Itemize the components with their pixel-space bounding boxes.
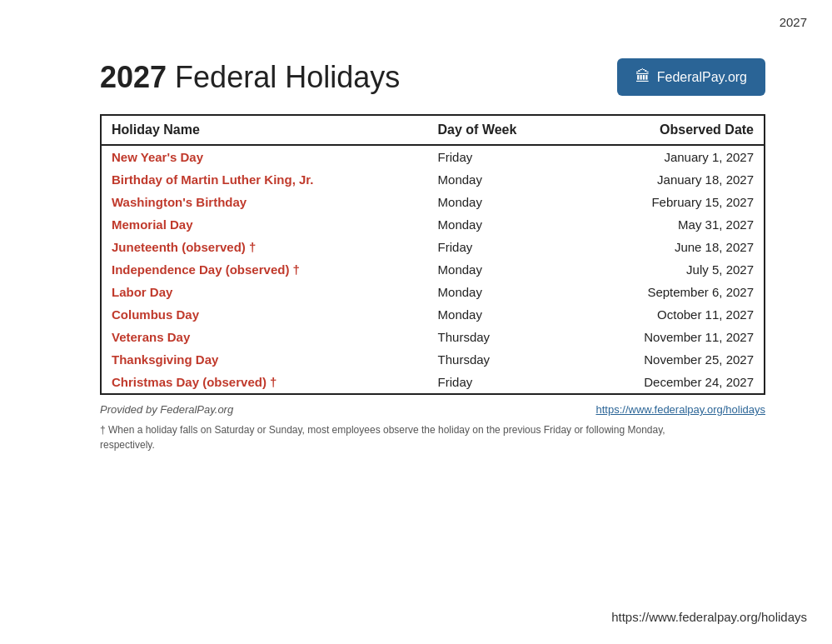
holiday-name: Christmas Day (observed) † bbox=[101, 371, 428, 394]
title-year: 2027 bbox=[100, 60, 167, 94]
table-header-row: Holiday Name Day of Week Observed Date bbox=[101, 115, 765, 145]
holiday-date: January 1, 2027 bbox=[573, 145, 765, 168]
holiday-name: Thanksgiving Day bbox=[101, 348, 428, 371]
page-year: 2027 bbox=[780, 15, 807, 29]
table-row: Memorial DayMondayMay 31, 2027 bbox=[101, 213, 765, 236]
table-row: Christmas Day (observed) †FridayDecember… bbox=[101, 371, 765, 394]
brand-button[interactable]: 🏛 FederalPay.org bbox=[617, 58, 765, 96]
holiday-date: January 18, 2027 bbox=[573, 168, 765, 191]
table-footer: Provided by FederalPay.org https://www.f… bbox=[100, 403, 765, 416]
holiday-day: Monday bbox=[428, 258, 573, 281]
holiday-date: September 6, 2027 bbox=[573, 281, 765, 303]
holiday-name: Veterans Day bbox=[101, 326, 428, 348]
holiday-date: October 11, 2027 bbox=[573, 303, 765, 326]
bottom-url: https://www.federalpay.org/holidays bbox=[611, 610, 807, 624]
holiday-day: Friday bbox=[428, 145, 573, 168]
table-row: Washington's BirthdayMondayFebruary 15, … bbox=[101, 191, 765, 213]
holiday-date: December 24, 2027 bbox=[573, 371, 765, 394]
holiday-name: Birthday of Martin Luther King, Jr. bbox=[101, 168, 428, 191]
holiday-day: Monday bbox=[428, 168, 573, 191]
col-header-day: Day of Week bbox=[428, 115, 573, 145]
holiday-day: Monday bbox=[428, 213, 573, 236]
holiday-name: Labor Day bbox=[101, 281, 428, 303]
table-row: Independence Day (observed) †MondayJuly … bbox=[101, 258, 765, 281]
header-row: 2027 Federal Holidays 🏛 FederalPay.org bbox=[100, 58, 765, 96]
table-row: New Year's DayFridayJanuary 1, 2027 bbox=[101, 145, 765, 168]
holiday-name: Memorial Day bbox=[101, 213, 428, 236]
holiday-day: Friday bbox=[428, 236, 573, 258]
provided-by: Provided by FederalPay.org bbox=[100, 403, 233, 416]
table-row: Thanksgiving DayThursdayNovember 25, 202… bbox=[101, 348, 765, 371]
holiday-date: November 25, 2027 bbox=[573, 348, 765, 371]
holiday-day: Monday bbox=[428, 191, 573, 213]
brand-button-label: FederalPay.org bbox=[657, 70, 747, 85]
holiday-day: Thursday bbox=[428, 348, 573, 371]
holiday-date: May 31, 2027 bbox=[573, 213, 765, 236]
bank-icon: 🏛 bbox=[635, 68, 650, 86]
holiday-day: Monday bbox=[428, 303, 573, 326]
holiday-day: Friday bbox=[428, 371, 573, 394]
table-row: Labor DayMondaySeptember 6, 2027 bbox=[101, 281, 765, 303]
table-row: Veterans DayThursdayNovember 11, 2027 bbox=[101, 326, 765, 348]
table-row: Juneteenth (observed) †FridayJune 18, 20… bbox=[101, 236, 765, 258]
footer-link[interactable]: https://www.federalpay.org/holidays bbox=[595, 403, 765, 416]
holiday-name: Independence Day (observed) † bbox=[101, 258, 428, 281]
col-header-date: Observed Date bbox=[573, 115, 765, 145]
table-row: Birthday of Martin Luther King, Jr.Monda… bbox=[101, 168, 765, 191]
footnote: † When a holiday falls on Saturday or Su… bbox=[100, 422, 666, 452]
holiday-name: Washington's Birthday bbox=[101, 191, 428, 213]
title-rest: Federal Holidays bbox=[167, 60, 400, 94]
col-header-name: Holiday Name bbox=[101, 115, 428, 145]
holiday-name: Columbus Day bbox=[101, 303, 428, 326]
holidays-table: Holiday Name Day of Week Observed Date N… bbox=[100, 114, 765, 395]
holiday-day: Monday bbox=[428, 281, 573, 303]
holiday-day: Thursday bbox=[428, 326, 573, 348]
page-title: 2027 Federal Holidays bbox=[100, 60, 400, 95]
holiday-date: June 18, 2027 bbox=[573, 236, 765, 258]
holiday-name: Juneteenth (observed) † bbox=[101, 236, 428, 258]
table-row: Columbus DayMondayOctober 11, 2027 bbox=[101, 303, 765, 326]
holiday-date: July 5, 2027 bbox=[573, 258, 765, 281]
holiday-date: November 11, 2027 bbox=[573, 326, 765, 348]
holiday-name: New Year's Day bbox=[101, 145, 428, 168]
holiday-date: February 15, 2027 bbox=[573, 191, 765, 213]
